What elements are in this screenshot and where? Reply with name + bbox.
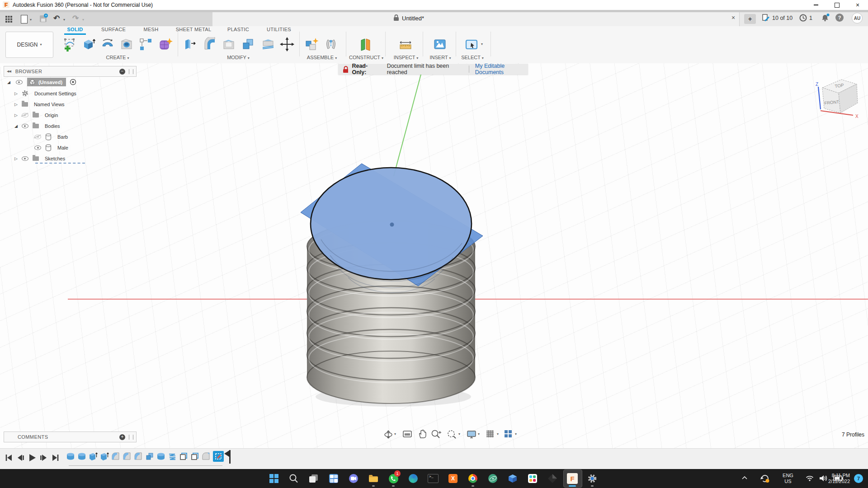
browser-minimize-icon[interactable]: −: [119, 69, 125, 75]
fusion-360-taskbar-icon[interactable]: F: [566, 472, 579, 485]
file-explorer-icon[interactable]: [367, 472, 380, 485]
timeline-feature-coil[interactable]: [168, 452, 177, 461]
expander-expanded-icon[interactable]: ◢: [7, 80, 10, 84]
offset-face-button[interactable]: [260, 36, 276, 53]
sketch-center-point[interactable]: [390, 223, 394, 227]
model-threaded-cylinder[interactable]: [285, 149, 497, 416]
tab-sheet-metal[interactable]: SHEET METAL: [173, 27, 214, 34]
measure-button[interactable]: [397, 36, 414, 53]
visibility-eye-icon[interactable]: [34, 145, 41, 150]
sync-tray-icon[interactable]: [760, 473, 770, 483]
editable-documents-link[interactable]: My Editable Documents: [475, 63, 528, 75]
timeline-feature-pattern-1[interactable]: [179, 452, 188, 461]
fit-view-icon[interactable]: [447, 429, 457, 439]
timeline-go-start-button[interactable]: [5, 454, 13, 462]
comments-expand-icon[interactable]: +: [119, 434, 125, 440]
workspace-selector[interactable]: DESIGN ▾: [5, 32, 53, 58]
tab-utilities[interactable]: UTILITIES: [264, 27, 294, 34]
timeline-feature-extrude-up-1[interactable]: [89, 452, 98, 461]
app-grid-menu-icon[interactable]: [5, 16, 7, 18]
redo-caret[interactable]: ▾: [82, 18, 84, 22]
file-menu-icon[interactable]: [21, 15, 28, 23]
builder-cube-icon[interactable]: [506, 472, 519, 485]
collapse-panel-icon[interactable]: ◀◀: [7, 70, 11, 73]
tab-solid[interactable]: SOLID: [63, 27, 87, 34]
display-caret[interactable]: ▾: [478, 432, 480, 436]
display-settings-icon[interactable]: [467, 429, 476, 439]
search-icon[interactable]: [288, 472, 300, 485]
file-menu-caret[interactable]: ▾: [30, 18, 32, 22]
hole-button[interactable]: [118, 36, 135, 53]
language-indicator[interactable]: ENG US: [780, 473, 796, 484]
insert-button[interactable]: [432, 36, 448, 53]
widgets-icon[interactable]: [327, 472, 340, 485]
timeline-step-forward-button[interactable]: [40, 454, 48, 462]
select-caret[interactable]: ▾: [481, 42, 483, 46]
browser-item-barb[interactable]: Barb: [34, 132, 70, 141]
minimize-button[interactable]: [806, 0, 826, 10]
notification-count-badge[interactable]: 7: [854, 474, 863, 483]
group-modify[interactable]: MODIFY ▾: [213, 55, 263, 61]
view-cube[interactable]: TOP FRONT Z X: [811, 72, 867, 120]
browser-item-root[interactable]: ◢ (Unsaved): [7, 78, 76, 86]
undo-caret[interactable]: ▾: [63, 18, 65, 22]
look-at-icon[interactable]: [402, 429, 412, 439]
pattern-button[interactable]: [137, 36, 154, 53]
timeline-feature-fillet-3[interactable]: [134, 452, 143, 461]
timeline-feature-extrude-3[interactable]: [156, 452, 165, 461]
timeline-feature-extrude-2[interactable]: [77, 452, 86, 461]
timeline-feature-combine[interactable]: [145, 452, 154, 461]
orbit-icon[interactable]: [383, 429, 393, 439]
extrude-button[interactable]: [80, 36, 97, 53]
edge-icon[interactable]: [407, 472, 420, 485]
settings-gear-icon[interactable]: [586, 472, 599, 485]
shell-button[interactable]: [221, 36, 237, 53]
teams-chat-icon[interactable]: [347, 472, 360, 485]
viewports-icon[interactable]: [504, 429, 513, 438]
create-form-button[interactable]: [157, 36, 174, 53]
browser-item-document-settings[interactable]: ▷ Document Settings: [14, 89, 79, 98]
grid-caret[interactable]: ▾: [497, 432, 499, 436]
version-clock-icon[interactable]: [799, 14, 807, 22]
close-button[interactable]: ×: [847, 0, 868, 10]
chrome-icon[interactable]: [467, 472, 479, 485]
timeline-step-back-button[interactable]: [16, 454, 24, 462]
move-button[interactable]: [279, 36, 295, 53]
visibility-eye-icon[interactable]: [16, 80, 23, 84]
revolve-button[interactable]: [99, 36, 116, 53]
zoom-icon[interactable]: [431, 429, 442, 439]
root-selected-box[interactable]: (Unsaved): [27, 78, 66, 86]
timeline-feature-pattern-2[interactable]: [190, 452, 199, 461]
orbit-caret[interactable]: ▾: [394, 432, 396, 436]
combine-button[interactable]: [240, 36, 256, 53]
comments-header[interactable]: COMMENTS +: [4, 432, 137, 442]
inkscape-icon[interactable]: [546, 472, 559, 485]
fillet-button[interactable]: [202, 36, 218, 53]
atom-icon[interactable]: [486, 472, 499, 485]
construct-plane-button[interactable]: [357, 36, 373, 53]
expander-collapsed-icon[interactable]: ▷: [14, 102, 18, 107]
tray-chevron-up-icon[interactable]: [741, 475, 748, 480]
visibility-eye-off-icon[interactable]: [22, 113, 28, 117]
notification-bell-icon[interactable]: [821, 13, 830, 22]
joint-button[interactable]: [323, 36, 339, 53]
pan-hand-icon[interactable]: [417, 429, 427, 439]
xampp-icon[interactable]: X: [447, 472, 459, 485]
task-view-icon[interactable]: [307, 472, 320, 485]
visibility-eye-icon[interactable]: [22, 124, 28, 128]
browser-item-male[interactable]: Male: [34, 143, 71, 152]
visibility-eye-off-icon[interactable]: [34, 135, 41, 139]
browser-drag-grip[interactable]: [129, 69, 133, 74]
viewports-caret[interactable]: ▾: [515, 432, 517, 436]
timeline-feature-fillet-4[interactable]: [202, 452, 211, 461]
timeline-position-marker[interactable]: [224, 450, 232, 464]
browser-item-bodies[interactable]: ◢ Bodies: [14, 122, 62, 130]
clock-tray[interactable]: 8:11 PM 2/11/2022: [812, 473, 850, 484]
tab-plastic[interactable]: PLASTIC: [224, 27, 252, 34]
undo-button[interactable]: ↶: [53, 14, 60, 23]
activate-radio-icon[interactable]: [70, 79, 76, 85]
user-avatar[interactable]: AU: [852, 13, 863, 23]
group-create[interactable]: CREATE ▾: [93, 55, 142, 61]
press-pull-button[interactable]: [182, 36, 198, 53]
grid-layout-icon[interactable]: [486, 429, 495, 438]
